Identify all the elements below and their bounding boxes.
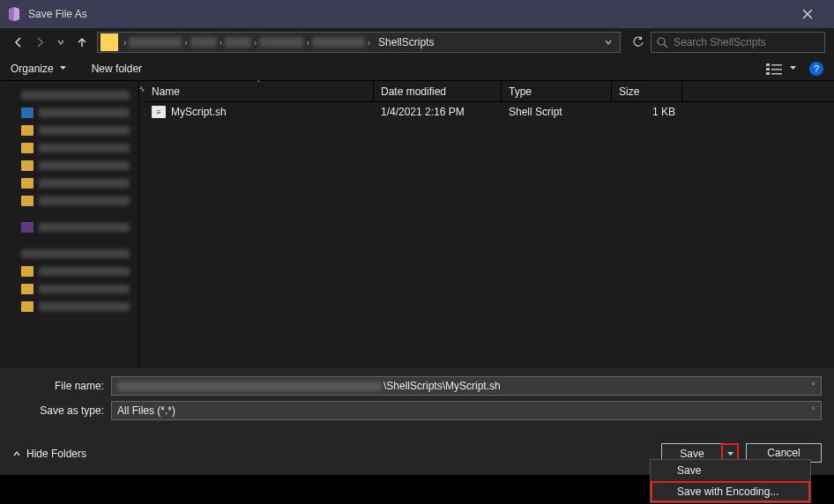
save-type-label: Save as type: — [12, 404, 111, 417]
sidebar-item[interactable] — [0, 245, 138, 263]
svg-point-0 — [658, 38, 665, 45]
address-bar[interactable]: › › › › › › ShellScripts — [97, 32, 621, 53]
svg-rect-2 — [766, 68, 770, 70]
organize-label: Organize — [11, 63, 54, 75]
cancel-button-label: Cancel — [767, 447, 800, 459]
file-name: MyScript.sh — [171, 106, 227, 118]
search-icon — [657, 37, 668, 48]
file-name-label: File name: — [12, 380, 111, 392]
path-segment-blurred — [225, 37, 251, 48]
sidebar-item[interactable] — [0, 219, 138, 236]
chevron-right-icon: › — [217, 38, 225, 48]
sidebar-item[interactable] — [0, 298, 138, 315]
navigation-bar: › › › › › › ShellScripts — [0, 28, 834, 56]
help-button[interactable]: ? — [809, 62, 823, 76]
chevron-up-icon — [12, 449, 21, 458]
svg-rect-5 — [771, 69, 782, 70]
column-header-size[interactable]: Size — [612, 81, 682, 101]
chevron-down-icon — [59, 64, 67, 72]
titlebar: Save File As — [0, 0, 834, 28]
path-segment-blurred — [190, 37, 217, 48]
chevron-right-icon: › — [365, 38, 373, 48]
svg-rect-3 — [766, 72, 770, 75]
new-folder-button[interactable]: New folder — [92, 63, 142, 75]
file-list[interactable]: ≡ MyScript.sh 1/4/2021 2:16 PM Shell Scr… — [145, 102, 834, 367]
file-row[interactable]: ≡ MyScript.sh 1/4/2021 2:16 PM Shell Scr… — [145, 102, 834, 122]
sidebar-item[interactable] — [0, 86, 138, 104]
hide-folders-label: Hide Folders — [26, 448, 86, 460]
path-segment-blurred — [259, 37, 303, 48]
hide-folders-button[interactable]: Hide Folders — [12, 448, 86, 460]
path-blurred — [117, 382, 382, 391]
sidebar-item[interactable] — [0, 157, 138, 174]
file-area: ˄ Name Date modified Type Size ≡ MyScrip… — [145, 81, 834, 367]
save-type-select[interactable]: All Files (*.*) ˅ — [111, 401, 822, 420]
chevron-right-icon: › — [251, 38, 259, 48]
chevron-down-icon[interactable]: ˅ — [811, 382, 815, 391]
path-segment-current[interactable]: ShellScripts — [373, 36, 439, 48]
column-name-label: Name — [152, 85, 180, 98]
chevron-right-icon: › — [121, 38, 129, 48]
new-folder-label: New folder — [92, 63, 142, 75]
file-name-input[interactable]: \ShellScripts\MyScript.sh ˅ — [111, 376, 822, 396]
window-title: Save File As — [28, 8, 788, 20]
chevron-down-icon[interactable]: ˅ — [811, 406, 815, 416]
file-icon: ≡ — [152, 106, 166, 118]
chevron-down-icon — [789, 64, 797, 72]
save-dropdown-menu: Save Save with Encoding... — [650, 459, 811, 503]
svg-rect-1 — [766, 63, 770, 66]
chevron-right-icon: › — [303, 38, 311, 48]
main-content: ˄ Name Date modified Type Size ≡ MyScrip… — [0, 81, 834, 367]
search-box[interactable] — [651, 32, 825, 53]
sidebar-item[interactable] — [0, 104, 138, 122]
sidebar[interactable] — [0, 81, 139, 367]
app-logo-icon — [7, 7, 21, 21]
save-type-value: All Files (*.*) — [117, 404, 175, 417]
sidebar-item[interactable] — [0, 139, 138, 157]
menu-item-save-with-encoding[interactable]: Save with Encoding... — [651, 481, 810, 502]
refresh-button[interactable] — [628, 32, 649, 53]
organize-button[interactable]: Organize — [11, 63, 67, 75]
search-input[interactable] — [674, 36, 819, 48]
up-button[interactable] — [72, 33, 92, 52]
file-type: Shell Script — [502, 106, 612, 118]
menu-save-encoding-label: Save with Encoding... — [677, 485, 778, 498]
view-options[interactable] — [766, 63, 797, 75]
file-date: 1/4/2021 2:16 PM — [374, 106, 502, 118]
sort-asc-icon: ˄ — [257, 79, 261, 88]
menu-item-save[interactable]: Save — [651, 460, 810, 481]
path-segment-blurred — [129, 37, 182, 48]
column-header-name[interactable]: ˄ Name — [145, 81, 374, 101]
column-size-label: Size — [619, 85, 639, 98]
recent-locations-button[interactable] — [51, 33, 71, 52]
svg-rect-6 — [771, 73, 782, 75]
view-icon — [766, 63, 782, 75]
column-header-type[interactable]: Type — [502, 81, 612, 101]
sidebar-item[interactable] — [0, 192, 138, 210]
file-list-header: ˄ Name Date modified Type Size — [145, 81, 834, 102]
sidebar-item[interactable] — [0, 263, 138, 280]
close-button[interactable] — [788, 0, 827, 28]
file-size: 1 KB — [612, 106, 682, 118]
forward-button[interactable] — [30, 33, 49, 52]
folder-icon — [101, 33, 118, 51]
chevron-down-icon[interactable] — [604, 38, 613, 47]
file-name-value: \ShellScripts\MyScript.sh — [383, 380, 501, 392]
toolbar: Organize New folder ? — [0, 56, 834, 81]
sidebar-item[interactable] — [0, 174, 138, 192]
svg-rect-4 — [771, 64, 782, 66]
sidebar-item[interactable] — [0, 122, 138, 139]
column-header-date[interactable]: Date modified — [374, 81, 502, 101]
column-type-label: Type — [509, 85, 532, 98]
back-button[interactable] — [9, 33, 28, 52]
path-segment-blurred — [312, 37, 365, 48]
sidebar-item[interactable] — [0, 280, 138, 298]
save-button-label: Save — [680, 448, 704, 460]
chevron-right-icon: › — [182, 38, 190, 48]
column-date-label: Date modified — [381, 85, 446, 98]
fields-area: File name: \ShellScripts\MyScript.sh ˅ S… — [0, 367, 834, 433]
menu-save-label: Save — [677, 464, 701, 477]
